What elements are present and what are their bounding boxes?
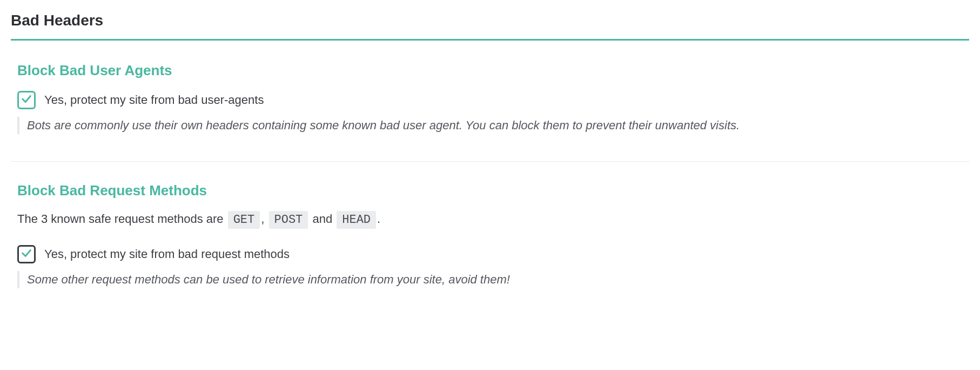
checkbox-label-user-agents: Yes, protect my site from bad user-agent… (44, 93, 264, 107)
panel-underline (11, 39, 969, 41)
section-block-bad-user-agents: Block Bad User Agents Yes, protect my si… (11, 58, 969, 140)
hint-request-methods: Some other request methods can be used t… (17, 271, 969, 288)
checkbox-row-request-methods: Yes, protect my site from bad request me… (17, 245, 969, 263)
method-chip-head: HEAD (337, 211, 376, 229)
intro-text-prefix: The 3 known safe request methods are (17, 212, 227, 226)
checkbox-label-request-methods: Yes, protect my site from bad request me… (44, 247, 290, 261)
intro-sep-comma: , (261, 212, 267, 226)
method-chip-get: GET (228, 211, 260, 229)
intro-text-suffix: . (377, 212, 380, 226)
request-methods-intro: The 3 known safe request methods are GET… (17, 211, 969, 229)
checkbox-row-user-agents: Yes, protect my site from bad user-agent… (17, 91, 969, 109)
section-title-user-agents: Block Bad User Agents (17, 62, 969, 79)
section-divider (11, 161, 969, 162)
method-chip-post: POST (269, 211, 308, 229)
section-title-request-methods: Block Bad Request Methods (17, 182, 969, 199)
intro-sep-and: and (309, 212, 335, 226)
panel-title: Bad Headers (11, 12, 969, 29)
section-block-bad-request-methods: Block Bad Request Methods The 3 known sa… (11, 178, 969, 294)
checkbox-block-bad-user-agents[interactable] (17, 91, 36, 109)
check-icon (21, 247, 32, 261)
check-icon (21, 93, 32, 107)
checkbox-block-bad-request-methods[interactable] (17, 245, 36, 263)
settings-panel: Bad Headers Block Bad User Agents Yes, p… (0, 0, 980, 315)
hint-user-agents: Bots are commonly use their own headers … (17, 117, 969, 134)
